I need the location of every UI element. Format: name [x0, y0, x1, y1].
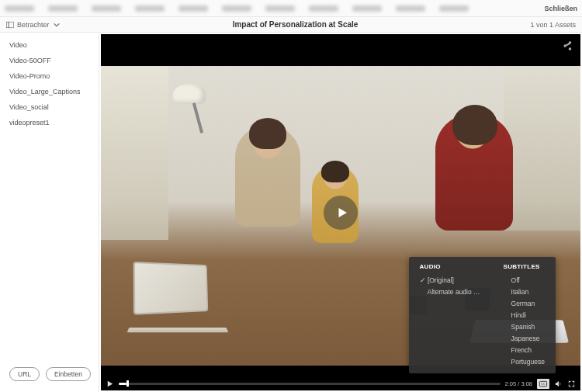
subtitle-option-french[interactable]: French: [504, 344, 545, 356]
url-button[interactable]: URL: [9, 367, 40, 381]
toolbar: Betrachter Impact of Personalization at …: [0, 17, 582, 33]
scene-person-woman: [235, 126, 300, 227]
subtitle-option-hindi[interactable]: Hindi: [504, 309, 545, 321]
play-button[interactable]: [324, 196, 358, 230]
viewer-rail-icon: [6, 21, 14, 29]
scrubber[interactable]: [119, 383, 501, 385]
timecode: 2:05 / 3:08: [505, 380, 532, 387]
scene-person-man: [435, 114, 513, 231]
audio-header: AUDIO: [420, 263, 482, 270]
top-nav-left: [5, 5, 469, 12]
nav-blur-item: [309, 5, 338, 12]
svg-rect-0: [7, 22, 9, 28]
chevron-down-icon: [53, 21, 61, 29]
sidebar-item-video-large-captions[interactable]: Video_Large_Captions: [0, 84, 99, 99]
subtitle-option-italian[interactable]: Italian: [504, 286, 545, 297]
volume-icon: [554, 380, 563, 388]
nav-blur-item: [439, 5, 469, 12]
sidebar-item-video-social[interactable]: Video_social: [0, 99, 99, 115]
svg-text:CC: CC: [541, 383, 546, 386]
embed-button[interactable]: Einbetten: [46, 367, 91, 381]
scrubber-progress: [119, 383, 126, 385]
nav-blur-item: [222, 5, 251, 12]
assets-counter: 1 von 1 Assets: [530, 21, 576, 29]
viewer-dropdown[interactable]: Betrachter: [6, 21, 61, 29]
sidebar: Video Video-50OFF Video-Promo Video_Larg…: [0, 33, 99, 392]
fullscreen-button[interactable]: [567, 380, 576, 388]
nav-blur-item: [265, 5, 295, 12]
scene-lamp: [173, 84, 227, 138]
captions-icon: CC: [539, 380, 548, 388]
viewer-dropdown-label: Betrachter: [17, 21, 50, 29]
main: Video Video-50OFF Video-Promo Video_Larg…: [0, 33, 582, 392]
nav-blur-item: [352, 5, 382, 12]
scene-window-right: [504, 66, 580, 231]
play-icon: [335, 206, 349, 220]
nav-blur-item: [48, 5, 78, 12]
fullscreen-icon: [567, 380, 576, 388]
sidebar-item-video-promo[interactable]: Video-Promo: [0, 68, 99, 84]
scene-window-left: [101, 66, 168, 240]
nav-blur-item: [92, 5, 121, 12]
nav-blur-item: [135, 5, 165, 12]
nav-blur-item: [178, 5, 208, 12]
subtitle-option-portuguese[interactable]: Portuguese: [504, 356, 545, 367]
captions-menu: AUDIO [Original] Alternate audio t… SUBT…: [409, 257, 556, 373]
svg-rect-1: [9, 22, 13, 28]
volume-button[interactable]: [554, 380, 563, 388]
share-button[interactable]: [562, 40, 573, 53]
sidebar-actions: URL Einbetten: [0, 361, 99, 387]
subtitle-option-spanish[interactable]: Spanish: [504, 321, 545, 332]
preset-list: Video Video-50OFF Video-Promo Video_Larg…: [0, 37, 99, 361]
audio-option-alternate[interactable]: Alternate audio t…: [420, 286, 482, 297]
sidebar-item-videopreset1[interactable]: videopreset1: [0, 115, 99, 130]
share-icon: [562, 40, 573, 51]
page-title: Impact of Personalization at Scale: [233, 20, 359, 29]
viewer-panel: AUDIO [Original] Alternate audio t… SUBT…: [99, 33, 582, 392]
video-controls: 2:05 / 3:08 CC: [101, 376, 580, 390]
play-pause-button[interactable]: [106, 380, 114, 388]
scene-laptop: [134, 263, 243, 330]
sidebar-item-video-50off[interactable]: Video-50OFF: [0, 53, 99, 68]
subtitle-option-off[interactable]: Off: [504, 274, 545, 286]
top-nav: Schließen: [0, 0, 582, 17]
scrubber-handle[interactable]: [126, 380, 129, 387]
close-button[interactable]: Schließen: [544, 5, 577, 12]
subtitle-option-japanese[interactable]: Japanese: [504, 332, 545, 344]
subtitle-option-german[interactable]: German: [504, 297, 545, 309]
audio-column: AUDIO [Original] Alternate audio t…: [409, 263, 493, 367]
nav-blur-item: [5, 5, 34, 12]
controls-right: 2:05 / 3:08 CC: [505, 379, 576, 389]
captions-button[interactable]: CC: [537, 379, 549, 389]
sidebar-item-video[interactable]: Video: [0, 37, 99, 53]
subtitles-header: SUBTITLES: [504, 263, 545, 270]
nav-blur-item: [396, 5, 425, 12]
play-small-icon: [106, 380, 114, 388]
video-container: AUDIO [Original] Alternate audio t… SUBT…: [101, 34, 580, 390]
audio-option-original[interactable]: [Original]: [420, 274, 482, 286]
subtitles-column: SUBTITLES Off Italian German Hindi Spani…: [493, 263, 556, 367]
